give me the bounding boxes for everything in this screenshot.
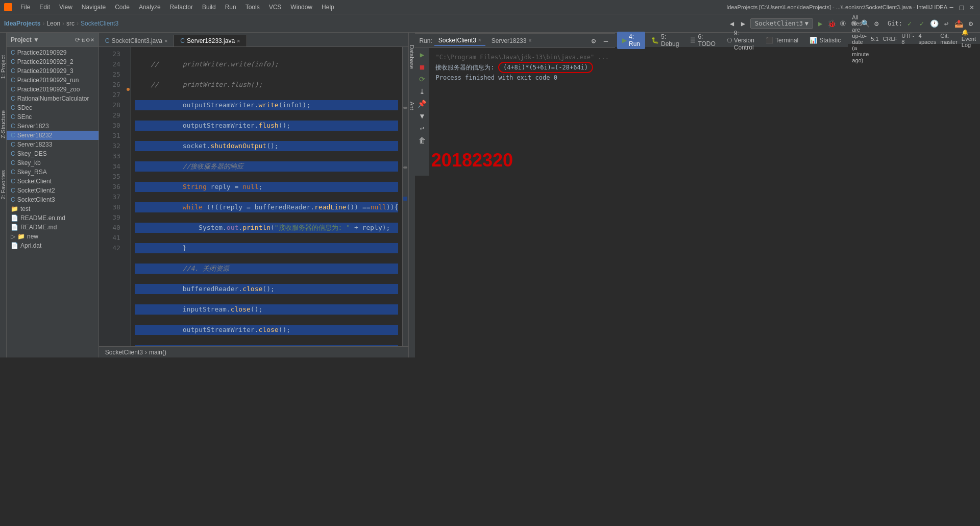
tab-server18233[interactable]: C Server18233.java × <box>174 35 247 46</box>
menu-run[interactable]: Run <box>221 3 240 12</box>
breadcrumb-socketclient3[interactable]: SocketClient3 <box>105 349 143 356</box>
tree-item-socket-client2[interactable]: C SocketClient2 <box>7 186 99 195</box>
back-icon[interactable]: ◀ <box>727 18 737 29</box>
run-tab-server18233[interactable]: Server18233 × <box>487 36 536 45</box>
project-collapse-icon[interactable]: ⇅ <box>81 36 85 43</box>
tree-item-practice3[interactable]: C Practice20190929_3 <box>7 66 99 76</box>
breadcrumb-ideaprojects[interactable]: IdeaProjects <box>4 20 40 27</box>
status-indent[interactable]: 4 spaces <box>918 33 936 45</box>
window-controls[interactable]: − □ × <box>947 3 976 11</box>
sidebar-label-ant[interactable]: Ant <box>409 102 415 110</box>
sidebar-label-favorites[interactable]: 2: Favorites <box>0 170 6 199</box>
menu-refactor[interactable]: Refactor <box>166 3 197 12</box>
menu-navigate[interactable]: Navigate <box>78 3 110 12</box>
close-button[interactable]: × <box>968 3 976 11</box>
git-checkmark2[interactable]: ✓ <box>917 18 927 29</box>
menu-build[interactable]: Build <box>198 3 220 12</box>
status-encoding[interactable]: UTF-8 <box>901 33 914 45</box>
sidebar-label-structure[interactable]: Z-Structure <box>0 110 6 138</box>
scroll-to-end-icon[interactable]: ⤓ <box>418 87 427 96</box>
bottom-tools[interactable]: ⚙ — <box>589 36 611 46</box>
btab-debug[interactable]: 🐛 5: Debug <box>646 32 684 49</box>
project-tools[interactable]: ⟳ ⇅ ⚙ × <box>75 36 94 43</box>
menu-help[interactable]: Help <box>317 3 338 12</box>
code-content[interactable]: // printWriter.write(info); // printWrit… <box>131 47 403 346</box>
menu-code[interactable]: Code <box>111 3 134 12</box>
tree-item-senc[interactable]: C SEnc <box>7 112 99 122</box>
tree-item-new[interactable]: ▷ 📁 new <box>7 232 99 241</box>
tree-item-server1823[interactable]: C Server1823 <box>7 122 99 131</box>
tree-item-skey-des[interactable]: C Skey_DES <box>7 149 99 158</box>
maximize-button[interactable]: □ <box>958 3 966 11</box>
project-hide-icon[interactable]: × <box>91 36 94 43</box>
tree-item-socket-client3[interactable]: C SocketClient3 <box>7 195 99 204</box>
tab-socket-client3[interactable]: C SocketClient3.java × <box>99 35 175 46</box>
project-settings-icon[interactable]: ⚙ <box>86 36 89 43</box>
btab-todo[interactable]: ☰ 6: TODO <box>685 32 720 49</box>
run-tab-socket-client3[interactable]: SocketClient3 × <box>434 36 485 46</box>
project-dropdown[interactable]: Project ▼ <box>11 36 39 43</box>
tab-close-icon[interactable]: × <box>164 38 167 44</box>
code-view[interactable]: 23 24 25 26 27 28 29 30 31 32 33 34 35 3… <box>99 47 409 346</box>
settings-icon[interactable]: ⚙ <box>589 36 599 46</box>
menu-edit[interactable]: Edit <box>35 3 54 12</box>
btab-terminal[interactable]: ⬛ Terminal <box>761 35 803 45</box>
status-git-branch[interactable]: Git: master <box>940 33 958 45</box>
tree-item-practice-zoo[interactable]: C Practice20190929_zoo <box>7 85 99 94</box>
menu-vcs[interactable]: VCS <box>265 3 286 12</box>
sidebar-label-database[interactable]: Database <box>409 45 415 69</box>
debug-icon[interactable]: 🐞 <box>826 18 837 29</box>
tree-item-skey-rsa[interactable]: C Skey_RSA <box>7 168 99 177</box>
menu-file[interactable]: File <box>16 3 34 12</box>
stop-icon[interactable]: ■ <box>418 62 427 71</box>
menu-view[interactable]: View <box>55 3 77 12</box>
trash-icon[interactable]: 🗑 <box>418 136 427 145</box>
run-config[interactable]: SocketClient3 ▼ <box>750 18 813 29</box>
filter-icon[interactable]: ▼ <box>418 111 427 121</box>
settings-icon[interactable]: ⚙ <box>871 18 881 29</box>
git-settings[interactable]: ⚙ <box>966 18 976 29</box>
tree-item-sdec[interactable]: C SDec <box>7 103 99 112</box>
tree-item-practice1[interactable]: C Practice20190929 <box>7 48 99 57</box>
breadcrumb-leon[interactable]: Leon <box>46 20 60 27</box>
tree-item-test[interactable]: 📁 test <box>7 204 99 213</box>
project-sync-icon[interactable]: ⟳ <box>75 36 80 43</box>
tree-item-readme-en[interactable]: 📄 README.en.md <box>7 213 99 223</box>
scroll-indicator[interactable] <box>402 47 408 346</box>
tree-item-socket-client[interactable]: C SocketClient <box>7 177 99 186</box>
minimize-button[interactable]: − <box>947 3 955 11</box>
tree-item-readme[interactable]: 📄 README.md <box>7 223 99 232</box>
run-tab-close[interactable]: × <box>478 37 481 43</box>
menu-bar[interactable]: File Edit View Navigate Code Analyze Ref… <box>16 3 726 12</box>
git-revert[interactable]: ↩ <box>941 18 951 29</box>
tree-item-practice-run[interactable]: C Practice20190929_run <box>7 76 99 85</box>
tree-item-apri[interactable]: 📄 Apri.dat <box>7 241 99 250</box>
git-checkmark1[interactable]: ✓ <box>904 18 915 29</box>
menu-tools[interactable]: Tools <box>241 3 264 12</box>
btab-version-control[interactable]: ⎔ 9: Version Control <box>722 28 760 53</box>
git-push[interactable]: 📤 <box>953 18 964 29</box>
tree-item-practice2[interactable]: C Practice20190929_2 <box>7 57 99 66</box>
tree-item-server18232[interactable]: C Server18232 <box>7 131 99 140</box>
breadcrumb-file[interactable]: SocketClient3 <box>81 20 118 27</box>
sidebar-label-project[interactable]: 1: Project <box>0 55 6 79</box>
forward-icon[interactable]: ▶ <box>738 18 748 29</box>
btab-run[interactable]: ▶ 4: Run <box>617 32 645 49</box>
status-line-ending[interactable]: CRLF <box>883 36 898 42</box>
menu-window[interactable]: Window <box>286 3 316 12</box>
btab-statistic[interactable]: 📊 Statistic <box>804 35 846 45</box>
git-history[interactable]: 🕐 <box>929 18 939 29</box>
run-icon[interactable]: ▶ <box>815 18 825 29</box>
menu-analyze[interactable]: Analyze <box>135 3 165 12</box>
tree-item-skey-kb[interactable]: C Skey_kb <box>7 158 99 168</box>
hide-panel-icon[interactable]: — <box>601 36 611 46</box>
rerun-icon[interactable]: ⟳ <box>418 75 427 84</box>
status-event-log[interactable]: 🔔 Event Log <box>962 29 976 48</box>
tree-item-server18233[interactable]: C Server18233 <box>7 140 99 149</box>
run-green-icon[interactable]: ▶ <box>418 50 427 59</box>
pin-icon[interactable]: 📌 <box>418 99 427 108</box>
run-config-dropdown[interactable]: ▼ <box>805 20 808 27</box>
breadcrumb-src[interactable]: src <box>66 20 75 27</box>
tab-close-icon[interactable]: × <box>237 38 240 44</box>
run-with-coverage-icon[interactable]: ⑧ <box>838 18 848 29</box>
